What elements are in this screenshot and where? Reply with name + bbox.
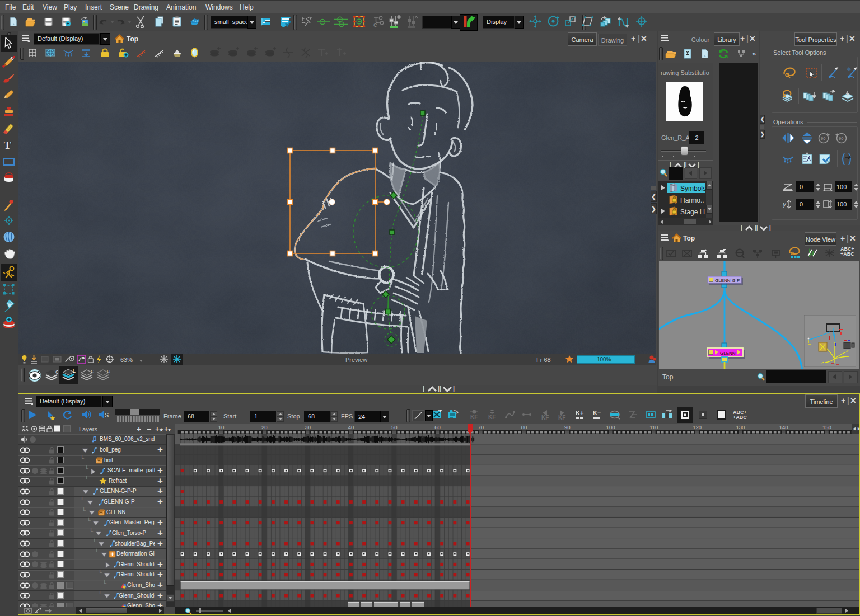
svg-text:KF: KF <box>488 414 496 420</box>
svg-text:y: y <box>783 200 787 208</box>
svg-text:120: 120 <box>693 424 702 430</box>
svg-text:140: 140 <box>779 424 788 430</box>
svg-text:GLENN-G-P: GLENN-G-P <box>715 278 740 283</box>
svg-text:70: 70 <box>478 424 484 430</box>
svg-text:30: 30 <box>305 424 311 430</box>
svg-text:C: C <box>373 22 377 27</box>
svg-text:50: 50 <box>391 424 398 430</box>
svg-text:80: 80 <box>521 424 527 430</box>
svg-text:K+: K+ <box>576 410 583 416</box>
svg-text:10: 10 <box>218 424 225 430</box>
svg-text:L: L <box>73 368 76 374</box>
svg-text:40: 40 <box>348 424 354 430</box>
svg-text:60: 60 <box>434 424 441 430</box>
svg-text:130: 130 <box>736 424 745 430</box>
svg-text:S: S <box>105 412 109 418</box>
svg-text:C: C <box>91 369 94 374</box>
svg-text:O: O <box>55 369 58 375</box>
svg-text:110: 110 <box>649 424 658 430</box>
svg-text:20: 20 <box>261 424 268 430</box>
svg-text:100: 100 <box>606 424 615 430</box>
svg-text:90: 90 <box>564 424 571 430</box>
svg-text:GLENN: GLENN <box>720 351 736 356</box>
svg-text:90: 90 <box>839 136 843 141</box>
svg-text:KF: KF <box>541 415 549 420</box>
svg-text:KF: KF <box>470 414 478 420</box>
svg-text:K−: K− <box>593 410 601 416</box>
svg-text:KF: KF <box>558 415 565 420</box>
svg-text:U: U <box>107 369 110 374</box>
svg-text:150: 150 <box>822 424 831 430</box>
svg-text:90: 90 <box>821 136 825 141</box>
